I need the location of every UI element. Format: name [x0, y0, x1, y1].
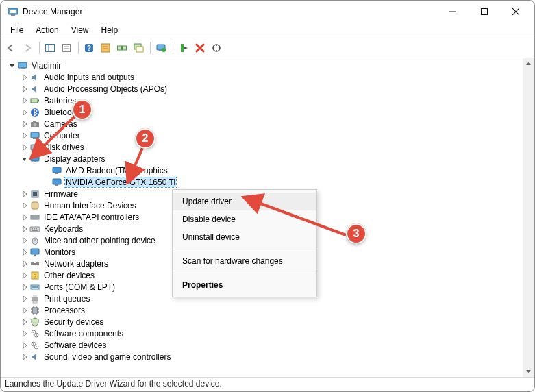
toolbar-button-5[interactable] — [98, 40, 113, 56]
tree-node-cat-22[interactable]: Sound, video and game controllers — [3, 351, 522, 363]
scan-hardware-button[interactable] — [209, 40, 224, 56]
chevron-right-icon[interactable] — [20, 247, 29, 257]
svg-rect-59 — [31, 262, 34, 265]
maximize-button[interactable] — [469, 1, 500, 22]
update-driver-button[interactable] — [153, 40, 169, 56]
tree-node-cat-7[interactable]: Display adapters — [3, 153, 522, 164]
show-hide-tree-button[interactable] — [42, 40, 58, 56]
chevron-right-icon[interactable] — [20, 108, 29, 117]
close-button[interactable] — [500, 1, 532, 22]
tree-node-label: AMD Radeon(TM) Graphics — [65, 166, 169, 175]
tree-node-cat-0[interactable]: Audio inputs and outputs — [3, 71, 522, 83]
tree-node-label: Human Interface Devices — [43, 201, 137, 210]
camera-icon — [29, 119, 40, 130]
toolbar-button-7[interactable] — [131, 40, 146, 56]
minimize-button[interactable] — [437, 1, 469, 22]
svg-point-66 — [34, 286, 36, 288]
toolbar-separator — [150, 42, 151, 54]
tree-node-dev-7-0[interactable]: AMD Radeon(TM) Graphics — [3, 164, 522, 176]
tree-node-label: Sound, video and game controllers — [43, 352, 171, 362]
chevron-right-icon[interactable] — [20, 306, 29, 315]
chevron-right-icon[interactable] — [20, 189, 29, 199]
chevron-right-icon[interactable] — [20, 294, 29, 304]
chevron-right-icon[interactable] — [20, 143, 29, 152]
chevron-right-icon[interactable] — [20, 259, 29, 269]
menu-help[interactable]: Help — [96, 24, 124, 36]
vertical-scrollbar[interactable] — [523, 58, 534, 377]
svg-rect-18 — [123, 46, 127, 50]
monitor-icon — [29, 247, 40, 258]
chevron-right-icon[interactable] — [20, 352, 29, 362]
context-menu-item[interactable]: Uninstall device — [173, 228, 316, 246]
tree-node-cat-4[interactable]: Cameras — [3, 118, 522, 130]
svg-rect-40 — [53, 167, 61, 173]
svg-rect-42 — [53, 179, 61, 184]
chevron-right-icon[interactable] — [20, 317, 29, 327]
context-menu-item[interactable]: Properties — [173, 276, 316, 294]
tree-node-cat-18[interactable]: Processors — [3, 304, 522, 316]
tree-node-label: Network adapters — [43, 259, 109, 269]
chevron-down-icon[interactable] — [8, 61, 17, 71]
svg-rect-33 — [33, 121, 36, 122]
software-icon — [29, 340, 40, 351]
twisty-none — [42, 166, 51, 175]
context-menu-item[interactable]: Disable device — [173, 210, 316, 228]
context-menu-item[interactable]: Scan for hardware changes — [173, 252, 316, 270]
context-menu[interactable]: Update driverDisable deviceUninstall dev… — [172, 189, 317, 297]
chevron-right-icon[interactable] — [20, 236, 29, 245]
chevron-right-icon[interactable] — [20, 131, 29, 140]
menu-file[interactable]: File — [5, 24, 29, 36]
tree-node-cat-20[interactable]: Software components — [3, 328, 522, 339]
chevron-right-icon[interactable] — [20, 224, 29, 234]
tree-node-label: Monitors — [43, 247, 76, 257]
svg-rect-51 — [32, 228, 33, 230]
chevron-right-icon[interactable] — [20, 329, 29, 339]
svg-rect-7 — [46, 45, 55, 52]
status-text: Launches the Update Driver Wizard for th… — [5, 379, 222, 389]
tree-node-cat-2[interactable]: Batteries — [3, 95, 522, 106]
tree-node-cat-21[interactable]: Software devices — [3, 339, 522, 351]
context-menu-item[interactable]: Update driver — [173, 193, 316, 210]
svg-point-23 — [162, 48, 166, 52]
chevron-right-icon[interactable] — [20, 341, 29, 350]
menu-action[interactable]: Action — [30, 24, 64, 36]
network-icon — [29, 258, 40, 269]
tree-node-cat-19[interactable]: Security devices — [3, 316, 522, 328]
other-icon: ? — [29, 270, 40, 281]
scroll-up-button[interactable] — [523, 58, 534, 70]
tree-node-root[interactable]: Vladimir — [3, 60, 522, 71]
tree-node-dev-7-1[interactable]: NVIDIA GeForce GTX 1650 Ti — [3, 176, 522, 188]
svg-rect-34 — [31, 132, 39, 138]
properties-button[interactable] — [59, 40, 74, 56]
back-button[interactable] — [3, 40, 18, 56]
uninstall-device-button[interactable] — [192, 40, 208, 56]
tree-node-cat-3[interactable]: Bluetooth — [3, 106, 522, 118]
enable-device-button[interactable] — [176, 40, 191, 56]
chevron-right-icon[interactable] — [20, 201, 29, 210]
chevron-right-icon[interactable] — [20, 73, 29, 82]
tree-node-label: Other devices — [43, 271, 95, 280]
chevron-right-icon[interactable] — [20, 282, 29, 292]
chevron-right-icon[interactable] — [20, 271, 29, 280]
chevron-right-icon[interactable] — [20, 212, 29, 222]
scroll-down-button[interactable] — [523, 365, 534, 377]
tree-node-label: Ports (COM & LPT) — [43, 282, 116, 292]
tree-node-label: Display adapters — [43, 154, 105, 164]
menu-view[interactable]: View — [66, 24, 95, 36]
tree-node-cat-6[interactable]: Disk drives — [3, 141, 522, 153]
tree-node-cat-5[interactable]: Computer — [3, 130, 522, 141]
chevron-right-icon[interactable] — [20, 84, 29, 94]
chevron-down-icon[interactable] — [20, 154, 29, 164]
chevron-right-icon[interactable] — [20, 119, 29, 129]
tree-node-label: Processors — [43, 306, 86, 315]
tree-node-cat-1[interactable]: Audio Processing Objects (APOs) — [3, 83, 522, 95]
titlebar[interactable]: Device Manager — [1, 1, 534, 23]
tree-node-label: Software components — [43, 329, 124, 339]
svg-rect-47 — [31, 215, 39, 219]
tree-node-label: Batteries — [43, 96, 77, 106]
chevron-right-icon[interactable] — [20, 96, 29, 106]
forward-button[interactable] — [20, 40, 35, 56]
help-button[interactable]: ? — [82, 40, 97, 56]
svg-rect-46 — [32, 202, 38, 209]
toolbar-button-6[interactable] — [114, 40, 129, 56]
